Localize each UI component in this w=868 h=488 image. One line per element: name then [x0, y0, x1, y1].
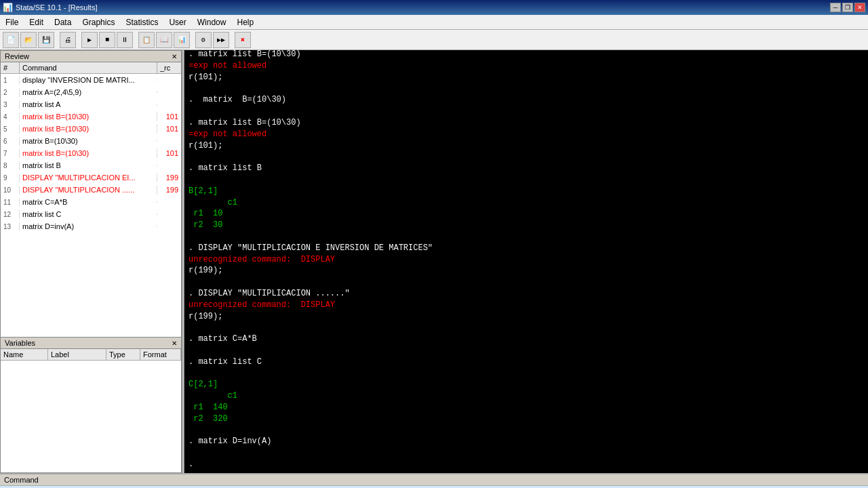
review-row-cmd: matrix list A	[20, 100, 157, 109]
review-row[interactable]: 8 matrix list B	[1, 159, 181, 171]
result-line	[189, 368, 864, 380]
review-row[interactable]: 11 matrix C=A*B	[1, 196, 181, 208]
minimize-button[interactable]: ─	[830, 3, 841, 12]
variables-list	[1, 361, 181, 472]
review-row-rc	[157, 165, 181, 166]
review-row-num: 10	[1, 186, 20, 195]
result-line: r(199);	[189, 311, 864, 323]
review-row[interactable]: 4 matrix list B=(10\30) 101	[1, 110, 181, 123]
menu-data[interactable]: Data	[49, 15, 77, 29]
app-icon: 📊	[3, 3, 13, 12]
review-row-rc: 101	[157, 112, 181, 121]
toolbar-do[interactable]: ⚙	[195, 32, 212, 48]
review-list: 1 display "INVERSION DE MATRI... 2 matri…	[1, 74, 181, 337]
menu-graphics[interactable]: Graphics	[77, 15, 120, 29]
result-line: . matrix list B=(10\30)	[189, 50, 864, 60]
review-row-num: 1	[1, 76, 20, 85]
review-panel: Review ✕ # Command _rc 1 display "INVERS…	[0, 50, 182, 338]
toolbar-save[interactable]: 💾	[38, 32, 54, 48]
review-row-rc: 101	[157, 124, 181, 134]
review-row-rc: 199	[157, 173, 181, 182]
result-line: .	[189, 459, 864, 470]
variables-close-button[interactable]: ✕	[172, 340, 177, 347]
variables-title: Variables	[5, 339, 35, 347]
toolbar-print[interactable]: 🖨	[60, 32, 76, 48]
toolbar-run[interactable]: ▶▶	[213, 32, 229, 48]
menu-window[interactable]: Window	[192, 15, 232, 29]
review-row-num: 4	[1, 113, 20, 121]
menu-help[interactable]: Help	[231, 15, 259, 29]
result-line	[189, 447, 864, 459]
result-line: c1	[189, 197, 864, 209]
col-rc: _rc	[157, 62, 181, 73]
review-row-num: 8	[1, 161, 20, 170]
review-row[interactable]: 3 matrix list A	[1, 98, 181, 110]
result-line: c1	[189, 390, 864, 402]
review-row-rc	[157, 104, 181, 105]
review-row-num: 6	[1, 137, 20, 146]
title-bar-left: 📊 Stata/SE 10.1 - [Results]	[3, 3, 97, 12]
review-row[interactable]: 2 matrix A=(2,4\5,9)	[1, 86, 181, 98]
toolbar-btn3[interactable]: ⏸	[117, 32, 133, 48]
review-row-rc	[157, 79, 181, 81]
command-area: Command	[0, 473, 868, 488]
review-column-headers: # Command _rc	[1, 62, 181, 74]
review-row-rc	[157, 140, 181, 142]
review-row-num: 9	[1, 174, 20, 182]
result-line: . DISPLAY "MULTIPLICACION E INVERSION DE…	[189, 243, 864, 254]
result-line: r(199);	[189, 265, 864, 277]
results-content[interactable]: . matrix list B=(10\30)=exp not allowedr…	[184, 50, 868, 473]
result-line: r1 140	[189, 402, 864, 413]
toolbar-log[interactable]: 📋	[138, 32, 155, 48]
result-line	[189, 83, 864, 95]
result-line	[189, 424, 864, 436]
toolbar-btn1[interactable]: ▶	[81, 32, 98, 48]
review-row-cmd: matrix B=(10\30)	[20, 136, 157, 146]
toolbar-break[interactable]: ✖	[235, 32, 251, 48]
review-row[interactable]: 1 display "INVERSION DE MATRI...	[1, 74, 181, 86]
review-row[interactable]: 10 DISPLAY "MULTIPLICACION ...... 199	[1, 184, 181, 196]
review-row-cmd: matrix D=inv(A)	[20, 222, 157, 231]
toolbar-btn2[interactable]: ■	[99, 32, 115, 48]
col-cmd: Command	[20, 62, 157, 73]
main-layout: Review ✕ # Command _rc 1 display "INVERS…	[0, 50, 868, 473]
result-line	[189, 231, 864, 243]
result-line: C[2,1]	[189, 379, 864, 390]
review-row-cmd: matrix A=(2,4\5,9)	[20, 87, 157, 97]
review-row[interactable]: 9 DISPLAY "MULTIPLICACION EI... 199	[1, 171, 181, 184]
toolbar-new[interactable]: 📄	[3, 32, 19, 48]
review-row-num: 13	[1, 222, 20, 231]
result-line: . matrix C=A*B	[189, 333, 864, 345]
command-label: Command	[0, 474, 868, 486]
review-row-cmd: matrix list B=(10\30)	[20, 124, 157, 134]
col-num: #	[1, 62, 20, 73]
review-row[interactable]: 12 matrix list C	[1, 208, 181, 220]
close-button[interactable]: ✕	[854, 3, 865, 12]
toolbar-viewer[interactable]: 📖	[156, 32, 172, 48]
toolbar-open[interactable]: 📂	[20, 32, 37, 48]
review-close-button[interactable]: ✕	[172, 53, 177, 60]
review-row[interactable]: 13 matrix D=inv(A)	[1, 220, 181, 232]
result-line	[189, 106, 864, 117]
review-row-rc	[157, 226, 181, 227]
result-line	[189, 322, 864, 333]
review-row-num: 12	[1, 210, 20, 219]
menu-statistics[interactable]: Statistics	[120, 15, 163, 29]
menu-user[interactable]: User	[163, 15, 191, 29]
review-row-cmd: matrix list B	[20, 161, 157, 170]
result-line: r1 10	[189, 208, 864, 220]
restore-button[interactable]: ❐	[842, 3, 853, 12]
title-bar: 📊 Stata/SE 10.1 - [Results] ─ ❐ ✕	[0, 0, 868, 15]
result-line: =exp not allowed	[189, 60, 864, 72]
result-line: unrecognized command: DISPLAY	[189, 300, 864, 311]
review-row[interactable]: 5 matrix list B=(10\30) 101	[1, 123, 181, 135]
menu-edit[interactable]: Edit	[24, 15, 49, 29]
result-line: unrecognized command: DISPLAY	[189, 254, 864, 266]
variables-panel: Variables ✕ Name Label Type Format	[0, 338, 182, 473]
review-row[interactable]: 7 matrix list B=(10\30) 101	[1, 147, 181, 159]
review-row-cmd: DISPLAY "MULTIPLICACION ......	[20, 185, 157, 195]
review-row[interactable]: 6 matrix B=(10\30)	[1, 135, 181, 147]
col-name: Name	[1, 349, 48, 360]
menu-file[interactable]: File	[0, 15, 24, 29]
toolbar-graph[interactable]: 📊	[174, 32, 190, 48]
